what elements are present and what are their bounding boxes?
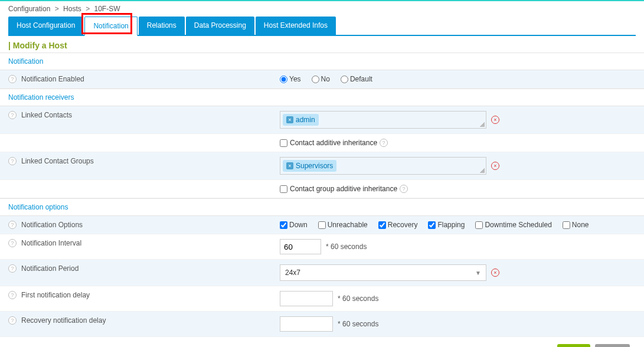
label-linked-contact-groups: Linked Contact Groups [21,157,94,165]
radio-default-label[interactable]: Default [341,75,372,83]
radio-default[interactable] [341,76,348,83]
label-notification-enabled: Notification Enabled [21,75,84,83]
checkbox-contact-additive-label[interactable]: Contact additive inheritance ? [280,139,388,147]
save-button[interactable]: Save [557,344,590,347]
tab-data-processing[interactable]: Data Processing [186,17,254,35]
recovery-notification-delay-input[interactable] [280,316,333,332]
checkbox-unreachable-label[interactable]: Unreachable [318,221,368,229]
group-notification: Notification [0,53,644,70]
notification-options-checkboxes: Down Unreachable Recovery Flapping Downt… [280,221,636,229]
help-icon[interactable]: ? [8,316,17,325]
help-icon[interactable]: ? [400,185,408,193]
notification-period-select[interactable]: 24x7 ▼ [280,264,486,281]
help-icon[interactable]: ? [380,139,388,147]
label-recovery-notification-delay: Recovery notification delay [21,316,106,325]
tag-supervisors[interactable]: ×Supervisors [283,160,336,172]
suffix-seconds: * 60 seconds [338,294,378,303]
tabs: Host Configuration Notification Relation… [8,17,636,36]
page-title: | Modify a Host [0,36,644,53]
checkbox-none-label[interactable]: None [563,221,589,229]
label-notification-options: Notification Options [21,221,83,229]
breadcrumb-current: 10F-SW [94,5,120,13]
tab-notification[interactable]: Notification [84,17,137,36]
radio-no[interactable] [312,76,319,83]
help-icon[interactable]: ? [8,239,17,247]
label-notification-period: Notification Period [21,264,79,273]
checkbox-group-additive-label[interactable]: Contact group additive inheritance ? [280,185,408,193]
checkbox-unreachable[interactable] [318,221,326,229]
first-notification-delay-input[interactable] [280,291,333,306]
checkbox-group-additive[interactable] [280,185,287,193]
checkbox-recovery-label[interactable]: Recovery [378,221,418,229]
checkbox-flapping-label[interactable]: Flapping [428,221,465,229]
help-icon[interactable]: ? [8,221,17,229]
suffix-seconds: * 60 seconds [326,243,367,251]
clear-icon[interactable]: × [491,162,499,170]
breadcrumb: Configuration > Hosts > 10F-SW [0,1,644,17]
linked-contact-groups-input[interactable]: ×Supervisors [280,157,486,175]
help-icon[interactable]: ? [8,75,17,83]
checkbox-contact-additive[interactable] [280,139,287,147]
breadcrumb-hosts[interactable]: Hosts [63,5,81,13]
linked-contacts-input[interactable]: ×admin [280,111,486,129]
reset-button[interactable]: Reset [595,344,630,347]
tab-host-extended-infos[interactable]: Host Extended Infos [256,17,336,35]
help-icon[interactable]: ? [8,291,17,299]
breadcrumb-sep: > [55,5,59,13]
checkbox-recovery[interactable] [378,221,386,229]
tab-host-configuration[interactable]: Host Configuration [8,17,83,35]
help-icon[interactable]: ? [8,111,17,119]
remove-tag-icon[interactable]: × [286,116,293,123]
clear-icon[interactable]: × [491,116,499,124]
checkbox-down[interactable] [280,221,287,229]
checkbox-downtime-label[interactable]: Downtime Scheduled [475,221,551,229]
radio-no-label[interactable]: No [312,75,330,83]
notification-interval-input[interactable] [280,239,321,254]
tag-admin[interactable]: ×admin [283,114,319,126]
radio-yes-label[interactable]: Yes [280,75,301,83]
tab-relations[interactable]: Relations [139,17,185,35]
label-first-notification-delay: First notification delay [21,291,90,299]
chevron-down-icon: ▼ [475,270,481,276]
group-options: Notification options [0,198,644,216]
group-receivers: Notification receivers [0,89,644,106]
clear-icon[interactable]: × [491,269,499,277]
help-icon[interactable]: ? [8,264,17,273]
checkbox-downtime[interactable] [475,221,483,229]
checkbox-none[interactable] [563,221,570,229]
checkbox-flapping[interactable] [428,221,436,229]
breadcrumb-configuration[interactable]: Configuration [8,5,50,13]
radio-yes[interactable] [280,76,287,83]
checkbox-down-label[interactable]: Down [280,221,308,229]
breadcrumb-sep: > [86,5,90,13]
notification-enabled-radios: Yes No Default [280,75,636,83]
label-notification-interval: Notification Interval [21,239,81,247]
help-icon[interactable]: ? [8,157,17,165]
label-linked-contacts: Linked Contacts [21,111,72,119]
remove-tag-icon[interactable]: × [286,162,293,169]
suffix-seconds: * 60 seconds [338,320,378,328]
